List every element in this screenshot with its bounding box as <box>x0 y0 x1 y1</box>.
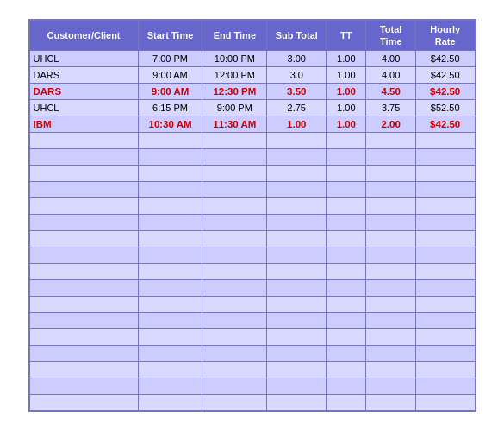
table-cell: 1.00 <box>327 67 366 84</box>
empty-cell <box>267 133 327 149</box>
empty-cell <box>366 378 416 395</box>
empty-cell <box>327 198 366 215</box>
empty-cell <box>202 264 267 280</box>
empty-cell <box>327 362 366 378</box>
empty-cell <box>366 166 416 182</box>
empty-cell <box>415 280 475 297</box>
empty-cell <box>415 182 475 198</box>
empty-cell <box>327 215 366 231</box>
table-cell: 2.00 <box>366 116 416 133</box>
empty-cell <box>415 149 475 166</box>
table-cell: 12:00 PM <box>202 67 267 84</box>
empty-cell <box>29 247 139 264</box>
empty-cell <box>202 297 267 313</box>
empty-cell <box>366 329 416 346</box>
empty-cell <box>138 297 202 313</box>
empty-cell <box>138 395 202 412</box>
empty-cell <box>366 297 416 313</box>
empty-cell <box>29 329 139 346</box>
empty-row <box>29 395 476 412</box>
empty-cell <box>366 362 416 378</box>
empty-cell <box>267 313 327 329</box>
empty-cell <box>29 297 139 313</box>
table-cell: DARS <box>29 84 139 100</box>
empty-row <box>29 280 476 297</box>
empty-cell <box>267 247 327 264</box>
empty-cell <box>327 297 366 313</box>
header-start-time: Start Time <box>138 20 202 51</box>
empty-cell <box>327 166 366 182</box>
empty-row <box>29 231 476 247</box>
empty-cell <box>202 133 267 149</box>
table-row: DARS9:00 AM12:30 PM3.501.004.50$42.50 <box>29 84 476 100</box>
table-row: IBM10:30 AM11:30 AM1.001.002.00$42.50 <box>29 116 476 133</box>
table-cell: 6:15 PM <box>138 100 202 116</box>
header-hourly-rate: Hourly Rate <box>415 20 475 51</box>
table-cell: 3.75 <box>366 100 416 116</box>
empty-cell <box>29 215 139 231</box>
empty-row <box>29 247 476 264</box>
table-cell: 1.00 <box>327 51 366 67</box>
empty-cell <box>202 247 267 264</box>
empty-cell <box>202 231 267 247</box>
empty-cell <box>267 198 327 215</box>
empty-cell <box>202 362 267 378</box>
table-cell: 3.50 <box>267 84 327 100</box>
empty-cell <box>138 247 202 264</box>
empty-cell <box>202 313 267 329</box>
empty-cell <box>327 182 366 198</box>
table-header-row: Customer/Client Start Time End Time Sub … <box>29 20 476 51</box>
empty-cell <box>366 313 416 329</box>
empty-cell <box>366 346 416 362</box>
empty-cell <box>138 280 202 297</box>
empty-cell <box>366 280 416 297</box>
table-cell: 4.50 <box>366 84 416 100</box>
empty-cell <box>202 198 267 215</box>
table-cell: DARS <box>29 67 139 84</box>
table-cell: 11:30 AM <box>202 116 267 133</box>
empty-cell <box>327 346 366 362</box>
table-row: UHCL7:00 PM10:00 PM3.001.004.00$42.50 <box>29 51 476 67</box>
header-tt: TT <box>327 20 366 51</box>
table-cell: 10:00 PM <box>202 51 267 67</box>
empty-cell <box>415 231 475 247</box>
empty-cell <box>138 149 202 166</box>
empty-cell <box>267 264 327 280</box>
empty-cell <box>29 198 139 215</box>
empty-cell <box>327 378 366 395</box>
empty-cell <box>366 133 416 149</box>
empty-cell <box>29 264 139 280</box>
empty-cell <box>29 346 139 362</box>
empty-cell <box>415 362 475 378</box>
empty-cell <box>415 264 475 280</box>
table-cell: IBM <box>29 116 139 133</box>
empty-cell <box>138 362 202 378</box>
table-cell: 1.00 <box>267 116 327 133</box>
empty-cell <box>267 215 327 231</box>
empty-cell <box>327 247 366 264</box>
empty-cell <box>138 133 202 149</box>
empty-cell <box>267 166 327 182</box>
empty-cell <box>138 313 202 329</box>
empty-cell <box>366 149 416 166</box>
table-cell: 9:00 PM <box>202 100 267 116</box>
empty-row <box>29 198 476 215</box>
table-cell: 2.75 <box>267 100 327 116</box>
table-body: UHCL7:00 PM10:00 PM3.001.004.00$42.50DAR… <box>29 51 476 412</box>
table-cell: 4.00 <box>366 67 416 84</box>
empty-cell <box>327 280 366 297</box>
table-row: UHCL6:15 PM9:00 PM2.751.003.75$52.50 <box>29 100 476 116</box>
empty-cell <box>29 133 139 149</box>
empty-cell <box>202 346 267 362</box>
empty-cell <box>138 198 202 215</box>
empty-cell <box>415 247 475 264</box>
table-cell: 1.00 <box>327 100 366 116</box>
empty-cell <box>202 280 267 297</box>
table-cell: 3.0 <box>267 67 327 84</box>
empty-cell <box>138 346 202 362</box>
empty-cell <box>29 378 139 395</box>
header-total-time: Total Time <box>366 20 416 51</box>
empty-cell <box>327 395 366 412</box>
empty-cell <box>267 362 327 378</box>
table-cell: 1.00 <box>327 116 366 133</box>
